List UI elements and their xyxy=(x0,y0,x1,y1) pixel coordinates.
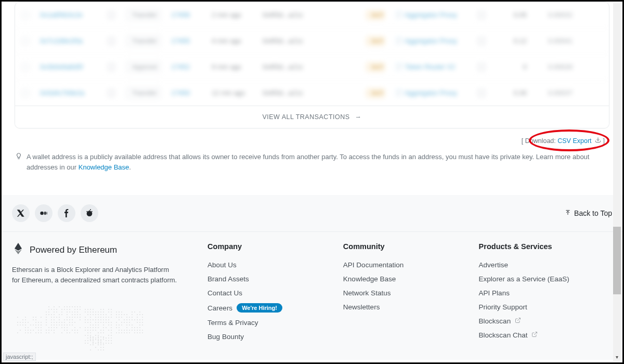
svg-point-1 xyxy=(40,212,44,215)
footer-link[interactable]: Explorer as a Service (EaaS) xyxy=(479,272,612,286)
footer-link[interactable]: Brand Assets xyxy=(207,272,328,286)
svg-rect-288 xyxy=(132,311,133,313)
svg-rect-375 xyxy=(93,344,94,345)
knowledge-base-link[interactable]: Knowledge Base xyxy=(79,163,129,171)
scrollbar-thumb[interactable] xyxy=(613,227,621,294)
svg-rect-116 xyxy=(80,319,81,320)
svg-rect-356 xyxy=(134,332,135,333)
svg-rect-76 xyxy=(46,311,47,313)
svg-rect-361 xyxy=(93,336,94,337)
svg-rect-292 xyxy=(119,314,120,315)
svg-rect-207 xyxy=(106,319,107,320)
svg-rect-222 xyxy=(98,324,99,326)
footer-link[interactable]: Bug Bounty xyxy=(207,330,328,344)
footer-link[interactable]: API Plans xyxy=(479,286,612,300)
svg-rect-55 xyxy=(48,306,49,307)
medium-icon[interactable] xyxy=(35,204,53,222)
svg-rect-269 xyxy=(93,340,94,341)
footer-link[interactable]: Blockscan Chat xyxy=(479,328,612,342)
svg-rect-327 xyxy=(121,324,122,326)
svg-rect-306 xyxy=(137,317,138,318)
svg-rect-332 xyxy=(142,324,143,326)
svg-rect-186 xyxy=(100,314,101,315)
footer-link[interactable]: About Us xyxy=(207,258,328,272)
svg-rect-123 xyxy=(64,322,65,323)
svg-rect-157 xyxy=(54,332,55,333)
back-to-top-label: Back to Top xyxy=(574,209,612,217)
svg-rect-42 xyxy=(25,330,26,331)
svg-rect-214 xyxy=(100,322,101,323)
svg-rect-360 xyxy=(90,336,91,337)
footer-link[interactable]: API Documentation xyxy=(343,258,463,272)
svg-rect-300 xyxy=(116,317,117,318)
footer-link[interactable]: Terms & Privacy xyxy=(207,316,328,330)
facebook-icon[interactable] xyxy=(58,204,75,222)
svg-rect-345 xyxy=(132,330,133,331)
svg-rect-134 xyxy=(67,324,68,326)
svg-rect-235 xyxy=(85,330,86,331)
svg-rect-294 xyxy=(124,314,125,315)
svg-rect-70 xyxy=(64,309,65,310)
svg-rect-88 xyxy=(51,314,52,315)
svg-rect-140 xyxy=(56,327,57,328)
svg-rect-34 xyxy=(38,324,39,326)
footer-link[interactable]: Priority Support xyxy=(479,300,612,314)
svg-rect-287 xyxy=(121,311,122,313)
footer-link[interactable]: Blockscan xyxy=(479,314,612,328)
footer-heading: Community xyxy=(343,242,463,251)
svg-rect-46 xyxy=(38,330,39,331)
svg-rect-65 xyxy=(48,309,49,310)
transactions-card: 0x1a8f4b3c2eTransfer174562 min ago0x9f3d… xyxy=(15,2,609,128)
twitter-x-icon[interactable] xyxy=(12,204,30,222)
powered-by-text: Powered by Ethereum xyxy=(30,245,117,255)
svg-rect-369 xyxy=(100,339,101,340)
footer-link[interactable]: Advertise xyxy=(479,258,612,272)
download-row: [ Download: CSV Export ] xyxy=(12,134,612,148)
svg-rect-80 xyxy=(61,311,62,313)
footer-link[interactable]: Network Status xyxy=(343,286,463,300)
svg-rect-121 xyxy=(59,322,60,323)
csv-export-link[interactable]: CSV Export xyxy=(557,137,591,145)
svg-rect-233 xyxy=(106,327,107,328)
svg-rect-117 xyxy=(46,322,47,323)
svg-rect-379 xyxy=(95,347,96,348)
svg-rect-322 xyxy=(137,322,138,323)
svg-rect-330 xyxy=(132,324,133,326)
footer-link[interactable]: Knowledge Base xyxy=(343,272,463,286)
svg-rect-162 xyxy=(77,332,78,333)
svg-rect-84 xyxy=(74,311,75,313)
external-link-icon xyxy=(515,317,521,325)
vertical-scrollbar[interactable]: ▾ xyxy=(613,3,621,361)
svg-rect-229 xyxy=(93,327,94,328)
footer-link[interactable]: CareersWe're Hiring! xyxy=(207,300,328,316)
svg-rect-285 xyxy=(116,311,117,313)
svg-rect-312 xyxy=(132,319,133,320)
svg-rect-245 xyxy=(90,332,91,333)
svg-rect-349 xyxy=(142,330,143,331)
svg-rect-230 xyxy=(95,327,96,328)
scrollbar-down-arrow[interactable]: ▾ xyxy=(613,353,621,361)
svg-rect-36 xyxy=(25,327,26,328)
footer-link[interactable]: Contact Us xyxy=(207,286,328,300)
view-all-transactions-button[interactable]: VIEW ALL TRANSACTIONS → xyxy=(15,106,609,128)
svg-rect-220 xyxy=(93,324,94,326)
svg-rect-321 xyxy=(129,322,130,323)
svg-rect-63 xyxy=(77,306,78,307)
svg-rect-124 xyxy=(69,322,70,323)
social-links xyxy=(12,204,98,222)
footer-link[interactable]: Newsletters xyxy=(343,300,463,314)
table-row: 0x7c2d9e1f0aTransfer174554 min ago0x9f3d… xyxy=(15,28,609,54)
svg-rect-91 xyxy=(61,314,62,315)
svg-rect-57 xyxy=(59,306,60,307)
svg-rect-18 xyxy=(35,319,36,320)
svg-rect-50 xyxy=(28,332,29,333)
reddit-icon[interactable] xyxy=(81,204,98,222)
svg-rect-89 xyxy=(54,314,55,315)
back-to-top-button[interactable]: Back to Top xyxy=(565,209,612,217)
svg-rect-289 xyxy=(134,311,135,313)
svg-rect-61 xyxy=(72,306,73,307)
svg-rect-281 xyxy=(103,343,104,344)
svg-rect-282 xyxy=(106,343,107,344)
svg-rect-144 xyxy=(74,327,75,328)
svg-rect-95 xyxy=(77,314,78,315)
